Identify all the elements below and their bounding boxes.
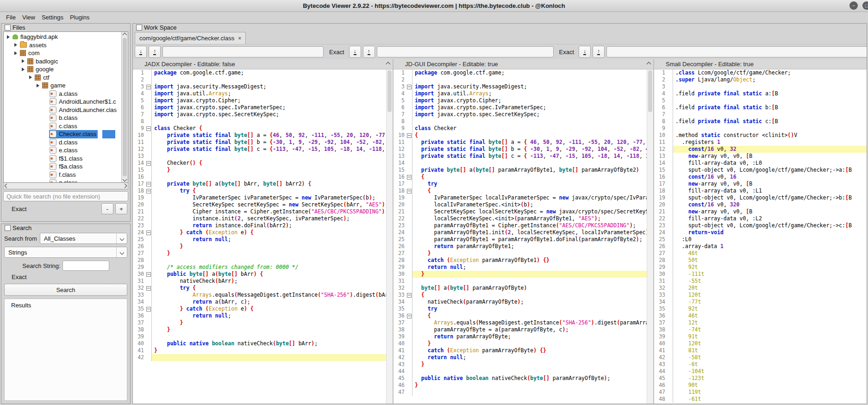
tree-item-g.class[interactable]: g.class — [4, 179, 121, 182]
panel-toggle-icon[interactable] — [5, 225, 11, 231]
tree-item-AndroidLauncher$1.c[interactable]: AndroidLauncher$1.c — [4, 98, 121, 106]
expand-arrow-icon[interactable] — [13, 50, 19, 56]
fold-toggle[interactable] — [406, 174, 412, 181]
scrollbar-thumb[interactable] — [123, 38, 127, 176]
tree-item-f$a.class[interactable]: f$a.class — [4, 162, 121, 171]
search-results-area[interactable]: Results — [4, 299, 127, 401]
tree-item-com[interactable]: com — [4, 49, 121, 57]
tree-item-e.class[interactable]: e.class — [4, 146, 121, 155]
tree-item-google[interactable]: google — [4, 65, 121, 74]
expand-arrow-icon[interactable] — [6, 34, 11, 40]
collapse-icon[interactable] — [146, 182, 151, 187]
collapse-icon[interactable] — [146, 231, 151, 235]
font-decrease-button[interactable]: - — [101, 203, 113, 214]
search-prev-button[interactable]: ↑ — [593, 46, 605, 58]
fold-toggle[interactable] — [145, 160, 152, 167]
tab-close-icon[interactable]: × — [238, 35, 241, 42]
fold-toggle[interactable] — [145, 83, 152, 90]
collapse-icon[interactable] — [146, 307, 151, 312]
scroll-up-icon[interactable] — [123, 33, 127, 37]
search-from-dropdown[interactable]: All_Classes — [40, 233, 127, 244]
collapse-icon[interactable] — [407, 314, 412, 318]
fold-toggle[interactable] — [406, 312, 412, 319]
font-increase-button[interactable]: + — [115, 203, 127, 214]
collapse-icon[interactable] — [407, 133, 412, 138]
search-exact-label[interactable]: Exact — [12, 274, 27, 280]
fold-toggle[interactable] — [145, 285, 152, 292]
scroll-right-icon[interactable] — [123, 184, 127, 188]
search-string-input[interactable] — [62, 261, 109, 271]
tree-item-ctf[interactable]: ctf — [4, 74, 121, 82]
tree-horizontal-scrollbar[interactable] — [3, 183, 128, 189]
pane-search-input-2[interactable] — [377, 46, 554, 57]
search-next-button[interactable]: ↓ — [135, 46, 147, 58]
tree-item-f$1.class[interactable]: f$1.class — [4, 155, 121, 163]
collapse-icon[interactable] — [407, 175, 412, 180]
tree-vertical-scrollbar[interactable] — [121, 32, 128, 182]
search-next-button[interactable]: ↓ — [349, 46, 361, 58]
pane-search-input-3[interactable] — [606, 46, 867, 57]
search-prev-button[interactable]: ↑ — [149, 46, 161, 58]
tree-item-d.class[interactable]: d.class — [4, 138, 121, 147]
scroll-left-icon[interactable] — [5, 184, 9, 188]
tree-item-assets[interactable]: assets — [4, 41, 121, 50]
fold-toggle[interactable] — [406, 187, 412, 194]
expand-arrow-icon[interactable] — [20, 67, 26, 72]
fold-toggle[interactable] — [406, 292, 412, 299]
collapse-icon[interactable] — [407, 293, 412, 298]
tree-item-b.class[interactable]: b.class — [4, 114, 121, 122]
fold-toggle[interactable] — [145, 181, 152, 187]
pane-exact-label-1[interactable]: Exact — [325, 49, 347, 56]
panel-toggle-icon[interactable] — [136, 25, 142, 31]
tree-item-f.class[interactable]: f.class — [4, 171, 121, 179]
fold-toggle[interactable] — [145, 125, 152, 132]
search-prev-button[interactable]: ↑ — [363, 46, 375, 58]
search-type-dropdown[interactable]: Strings — [4, 247, 127, 258]
expand-arrow-icon[interactable] — [28, 75, 33, 80]
chevron-down-icon[interactable] — [116, 233, 127, 243]
search-button[interactable]: Search — [4, 284, 127, 296]
menu-file[interactable]: File — [3, 14, 19, 21]
chevron-down-icon[interactable] — [116, 247, 127, 257]
collapse-icon[interactable] — [407, 189, 412, 193]
tree-item-a.class[interactable]: a.class — [4, 90, 121, 98]
tree-item-Checker.class[interactable]: Checker.class — [4, 130, 121, 138]
search-next-button[interactable]: ↓ — [579, 46, 591, 58]
smali-code-editor[interactable]: 1.class Lcom/google/ctf/game/Checker;2.s… — [654, 69, 867, 404]
pane-exact-label-2[interactable]: Exact — [556, 49, 577, 56]
files-exact-label[interactable]: Exact — [12, 206, 27, 212]
scroll-down-icon[interactable] — [123, 177, 127, 182]
fold-toggle[interactable] — [145, 229, 152, 236]
expand-arrow-icon[interactable] — [20, 58, 26, 64]
expand-arrow-icon[interactable] — [13, 42, 19, 48]
fold-toggle[interactable] — [145, 305, 152, 312]
tree-item-game[interactable]: game — [4, 81, 121, 90]
jadx-code-editor[interactable]: 1package com.google.ctf.game;23import ja… — [133, 69, 386, 404]
menu-plugins[interactable]: Plugins — [67, 14, 93, 21]
collapse-icon[interactable] — [407, 85, 412, 89]
expand-arrow-icon[interactable] — [35, 83, 41, 88]
tab-checker-class[interactable]: com/google/ctf/game/Checker.class × — [135, 32, 246, 44]
collapse-icon[interactable] — [146, 189, 151, 193]
menu-view[interactable]: View — [19, 14, 38, 21]
collapse-icon[interactable] — [146, 272, 151, 277]
scroll-up-icon[interactable] — [645, 61, 652, 68]
fold-toggle[interactable] — [145, 187, 152, 194]
jadx-vertical-scrollbar[interactable] — [386, 69, 393, 404]
tree-item-AndroidLauncher.clas[interactable]: AndroidLauncher.clas — [4, 106, 121, 114]
fold-toggle[interactable] — [406, 132, 412, 139]
menu-settings[interactable]: Settings — [38, 14, 67, 21]
file-tree[interactable]: flaggybird.apkassetscombadlogicgooglectf… — [4, 32, 121, 182]
jdgui-vertical-scrollbar[interactable] — [647, 69, 653, 404]
fold-toggle[interactable] — [145, 271, 152, 278]
tree-item-c.class[interactable]: c.class — [4, 122, 121, 131]
maximize-icon[interactable]: □ — [862, 1, 868, 10]
pane-search-input-1[interactable] — [162, 46, 324, 57]
tree-item-badlogic[interactable]: badlogic — [4, 57, 121, 66]
collapse-icon[interactable] — [146, 85, 151, 89]
jdgui-code-editor[interactable]: 1package com.google.ctf.game;23import ja… — [393, 69, 647, 404]
scroll-up-icon[interactable] — [385, 61, 392, 68]
collapse-icon[interactable] — [146, 126, 151, 131]
tree-item-flaggybird.apk[interactable]: flaggybird.apk — [4, 33, 121, 41]
panel-toggle-icon[interactable] — [5, 25, 11, 31]
